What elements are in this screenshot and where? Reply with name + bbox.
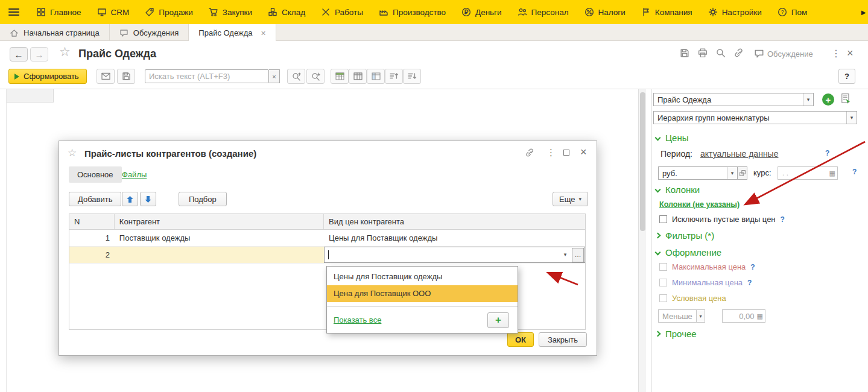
table-row-editing[interactable]: 2 ▾ … [69, 247, 585, 264]
tab-price-clothes[interactable]: Прайс Одежда × [189, 24, 276, 42]
cell-contragent[interactable] [115, 247, 324, 263]
tab-close-icon[interactable]: × [261, 28, 266, 38]
dialog-tab-main[interactable]: Основное [69, 166, 122, 183]
search-document-icon[interactable] [715, 48, 726, 58]
table-row[interactable]: 1 Поставщик одежды Цены для Поставщик од… [69, 230, 585, 247]
more-actions-icon[interactable]: ⋮ [546, 147, 556, 158]
find-next-button[interactable] [306, 69, 325, 84]
amount-input[interactable]: 0,00 ▦ [722, 309, 765, 323]
search-input[interactable] [145, 69, 269, 83]
checkbox-label[interactable]: Минимальная цена [672, 278, 743, 287]
currency-combo[interactable]: руб. ▾ [658, 166, 738, 180]
close-form-icon[interactable]: × [847, 47, 854, 60]
choose-value-button[interactable]: … [572, 248, 584, 262]
checkbox[interactable] [659, 279, 667, 286]
help-icon[interactable]: ? [747, 279, 752, 287]
more-actions-icon[interactable]: ⋮ [831, 48, 841, 59]
menu-item-production[interactable]: Производство [371, 0, 454, 24]
menu-item-sales[interactable]: Продажи [137, 0, 200, 24]
maximize-icon[interactable] [563, 150, 569, 156]
checkbox[interactable] [659, 263, 667, 271]
chevron-down-icon[interactable]: ▾ [846, 112, 857, 124]
calculator-icon[interactable]: ▦ [757, 312, 763, 320]
add-variant-button[interactable]: + [822, 93, 834, 106]
save-variant-button[interactable] [840, 93, 852, 107]
discussion-bubble-icon[interactable] [754, 48, 764, 58]
section-other[interactable]: Прочее [656, 329, 697, 339]
section-columns[interactable]: Колонки [656, 185, 700, 195]
link-icon[interactable] [733, 48, 744, 58]
favorite-star-icon[interactable]: ☆ [59, 45, 71, 59]
menu-overflow-arrow[interactable]: ▶ [859, 0, 868, 24]
open-currency-button[interactable] [738, 166, 747, 180]
favorite-star-icon[interactable]: ☆ [68, 147, 77, 159]
column-header-contragent[interactable]: Контрагент [115, 214, 324, 229]
vertical-scrollbar[interactable] [638, 89, 646, 392]
help-icon[interactable]: ? [825, 149, 829, 157]
sort-ascending-button[interactable] [385, 69, 403, 84]
cell-n[interactable]: 2 [69, 247, 115, 263]
more-button[interactable]: Еще ▾ [553, 192, 588, 206]
ok-button[interactable]: ОК [507, 332, 534, 347]
menu-item-works[interactable]: Работы [313, 0, 371, 24]
section-filters[interactable]: Фильтры (*) [656, 230, 714, 241]
discussion-label[interactable]: Обсуждение [767, 49, 813, 58]
checkbox-label[interactable]: Условная цена [672, 294, 726, 303]
menu-item-purchases[interactable]: Закупки [201, 0, 260, 24]
checkbox[interactable] [659, 294, 667, 302]
clear-search-icon[interactable]: × [269, 69, 280, 83]
period-value-link[interactable]: актуальные данные [700, 149, 778, 159]
tab-discussions[interactable]: Обсуждения [110, 24, 189, 41]
link-icon[interactable] [525, 148, 535, 158]
column-header-price-kind[interactable]: Вид цен контрагента [324, 214, 585, 229]
cell-contragent[interactable]: Поставщик одежды [115, 230, 324, 246]
help-button[interactable]: ? [838, 69, 855, 84]
report-variant-combo[interactable]: Прайс Одежда ▾ [653, 93, 814, 106]
help-icon[interactable]: ? [852, 168, 857, 176]
menu-item-taxes[interactable]: Налоги [577, 0, 633, 24]
generate-button[interactable]: Сформировать [8, 69, 87, 84]
create-new-button[interactable]: + [487, 312, 509, 328]
move-down-button[interactable] [140, 192, 156, 206]
menu-item-warehouse[interactable]: Склад [260, 0, 313, 24]
column-view-button[interactable] [367, 69, 385, 84]
show-all-link[interactable]: Показать все [334, 315, 381, 324]
send-email-button[interactable] [97, 69, 115, 84]
chevron-down-icon[interactable]: ▾ [727, 167, 737, 179]
hamburger-menu-icon[interactable] [8, 8, 19, 16]
checkbox[interactable] [659, 215, 667, 223]
chevron-down-icon[interactable]: ▾ [696, 310, 705, 322]
find-previous-button[interactable] [287, 69, 305, 84]
tab-home-page[interactable]: Начальная страница [0, 24, 110, 41]
close-button[interactable]: Закрыть [539, 332, 587, 347]
menu-item-crm[interactable]: CRM [89, 0, 138, 24]
section-prices[interactable]: Цены [656, 133, 689, 143]
calendar-icon[interactable]: ▦ [829, 169, 835, 177]
back-button[interactable]: ← [10, 47, 28, 62]
dropdown-item[interactable]: Цены для Поставщик одежды [327, 268, 518, 285]
report-settings-button[interactable] [331, 69, 349, 84]
menu-item-company[interactable]: Компания [633, 0, 700, 24]
move-up-button[interactable] [122, 192, 138, 206]
save-icon[interactable] [679, 48, 690, 58]
cell-n[interactable]: 1 [69, 230, 115, 246]
table-view-button[interactable] [349, 69, 367, 84]
cell-price-kind[interactable]: Цены для Поставщик одежды [324, 230, 585, 246]
section-formatting[interactable]: Оформление [656, 247, 721, 258]
grouping-combo[interactable]: Иерархия групп номенклатуры ▾ [653, 111, 857, 124]
checkbox-label[interactable]: Исключить пустые виды цен [672, 215, 776, 224]
cell-price-kind-editing[interactable]: ▾ … [324, 247, 585, 263]
pick-button[interactable]: Подбор [179, 192, 227, 206]
add-row-button[interactable]: Добавить [69, 192, 121, 206]
column-header-n[interactable]: N [69, 214, 115, 229]
columns-not-set-link[interactable]: Колонки (не указаны) [659, 200, 740, 209]
rate-input[interactable]: . . ▦ [778, 166, 838, 180]
dialog-tab-files[interactable]: Файлы [122, 170, 147, 179]
comparison-combo[interactable]: Меньше ▾ [658, 309, 705, 323]
menu-item-money[interactable]: Деньги [454, 0, 510, 24]
menu-item-settings[interactable]: Настройки [700, 0, 770, 24]
save-result-button[interactable] [117, 69, 135, 84]
close-dialog-icon[interactable]: × [580, 146, 587, 159]
forward-button[interactable]: → [30, 47, 48, 62]
dropdown-item-selected[interactable]: Цена для Поставщик ООО [327, 285, 518, 302]
